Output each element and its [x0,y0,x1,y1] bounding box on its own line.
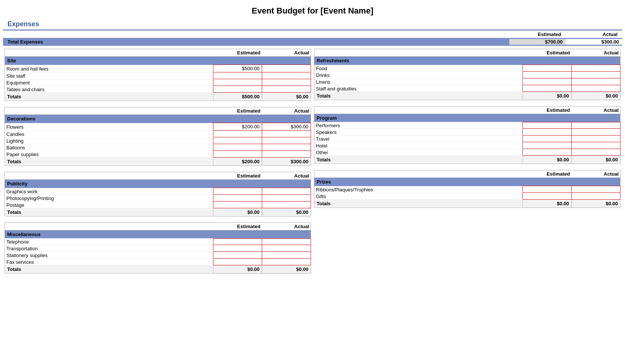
table-row: Food [314,65,620,72]
row-actual[interactable] [262,188,311,195]
table-row: Site staff [5,72,311,79]
table-row: Equipment [5,79,311,86]
miscellaneous-table: Estimated Actual Miscellaneous Telephone… [5,223,311,274]
row-estimated[interactable] [213,252,262,259]
row-estimated[interactable] [213,131,262,137]
dec-act-header: Actual [262,107,311,115]
expenses-header: Expenses [3,19,622,30]
row-estimated[interactable] [213,238,262,245]
summary-actual-header: Actual [564,32,620,37]
table-row: Staff and gratuities [314,85,620,92]
row-estimated[interactable]: $500.00 [213,65,262,72]
site-section-header: Site [5,57,311,65]
row-estimated[interactable] [523,85,572,92]
row-actual[interactable] [262,137,311,144]
totals-actual: $0.00 [572,156,620,164]
table-row: Lighting [5,137,311,144]
row-actual[interactable] [572,193,620,199]
row-estimated[interactable] [523,78,572,85]
row-estimated[interactable] [523,65,572,72]
total-estimated-value: $700.00 [509,39,566,45]
row-estimated[interactable]: $200.00 [213,123,262,131]
row-estimated[interactable] [213,72,262,79]
row-actual[interactable] [572,142,620,149]
row-actual[interactable] [572,149,620,156]
table-row: Postage [5,201,311,208]
row-label: Hotel [314,142,523,149]
program-table: Estimated Actual Program PerformersSpeak… [314,106,620,164]
miscellaneous-label: Miscellaneous [5,230,311,238]
row-actual[interactable] [262,201,311,208]
row-actual[interactable] [262,252,311,259]
row-estimated[interactable] [213,188,262,195]
row-label: Graphics work [5,188,213,195]
row-estimated[interactable] [523,149,572,156]
row-estimated[interactable] [523,193,572,199]
row-estimated[interactable] [213,86,262,93]
row-label: Telephone [5,238,213,245]
row-estimated[interactable] [213,245,262,252]
row-actual[interactable] [262,259,311,265]
row-actual[interactable] [262,238,311,245]
totals-estimated: $200.00 [213,158,262,166]
row-estimated[interactable] [213,137,262,144]
totals-actual: $0.00 [262,265,311,274]
row-actual[interactable] [572,78,620,85]
row-estimated[interactable] [213,201,262,208]
row-actual[interactable] [572,65,620,72]
row-actual[interactable] [262,72,311,79]
row-label: Equipment [5,79,213,86]
table-row: Candles [5,131,311,137]
totals-actual: $0.00 [262,93,311,101]
row-estimated[interactable] [523,71,572,78]
row-actual[interactable] [572,135,620,142]
totals-actual: $0.00 [262,208,311,216]
row-actual[interactable] [262,151,311,158]
row-estimated[interactable] [213,259,262,265]
table-row: Paper supplies [5,151,311,158]
row-label: Fax services [5,259,213,265]
row-actual[interactable] [262,194,311,201]
row-actual[interactable] [262,144,311,151]
totals-label: Totals [314,92,523,100]
row-estimated[interactable] [213,194,262,201]
row-label: Balloons [5,144,213,151]
table-row: Telephone [5,238,311,245]
row-estimated[interactable] [523,142,572,149]
row-estimated[interactable] [213,151,262,158]
table-row: Drinks [314,71,620,78]
row-actual[interactable] [262,245,311,252]
row-label: Candles [5,131,213,137]
row-estimated[interactable] [523,186,572,193]
row-actual[interactable] [572,122,620,129]
program-label: Program [314,114,620,122]
row-label: Paper supplies [5,151,213,158]
totals-label: Totals [5,208,213,216]
row-actual[interactable]: $300.00 [262,123,311,131]
site-est-header: Estimated [213,49,262,57]
row-estimated[interactable] [213,79,262,86]
site-label: Site [5,57,311,65]
totals-estimated: $0.00 [213,265,262,274]
site-table: Estimated Actual Site Room and hall fees… [5,49,311,101]
row-actual[interactable] [262,86,311,93]
row-estimated[interactable] [523,135,572,142]
row-actual[interactable] [262,79,311,86]
row-estimated[interactable] [213,144,262,151]
row-actual[interactable] [572,129,620,135]
row-actual[interactable] [262,65,311,72]
row-actual[interactable] [572,85,620,92]
summary-estimated-header: Estimated [508,32,564,37]
row-label: Flowers [5,123,213,131]
row-estimated[interactable] [523,129,572,135]
totals-label: Totals [5,158,213,166]
row-actual[interactable] [572,71,620,78]
pub-est-header: Estimated [213,172,262,180]
totals-estimated: $0.00 [213,208,262,216]
row-estimated[interactable] [523,122,572,129]
ref-est-header: Estimated [523,49,572,57]
row-actual[interactable] [572,186,620,193]
row-label: Stationery supplies [5,252,213,259]
row-actual[interactable] [262,131,311,137]
site-col-headers: Estimated Actual [5,49,311,57]
